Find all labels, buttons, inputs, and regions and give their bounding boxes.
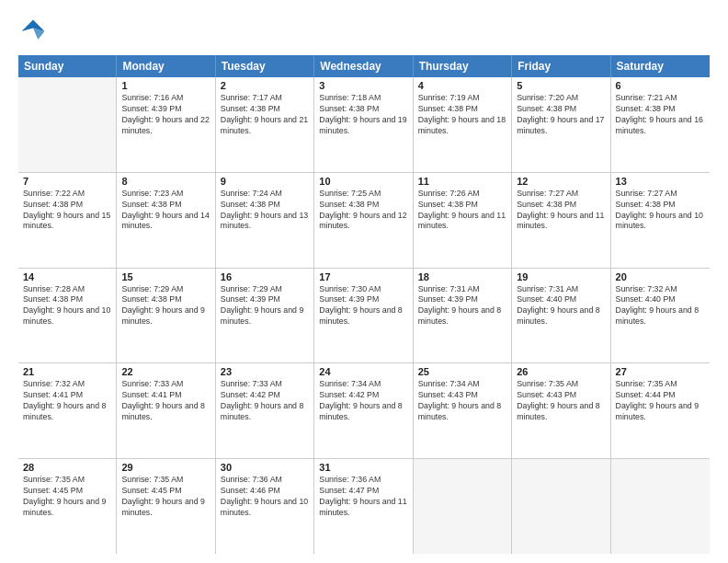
calendar-cell: 5Sunrise: 7:20 AM Sunset: 4:38 PM Daylig… [512,77,610,172]
cell-info: Sunrise: 7:32 AM Sunset: 4:41 PM Dayligh… [23,379,111,423]
calendar-cell: 19Sunrise: 7:31 AM Sunset: 4:40 PM Dayli… [512,269,610,363]
calendar-cell: 2Sunrise: 7:17 AM Sunset: 4:38 PM Daylig… [216,77,314,172]
cell-info: Sunrise: 7:25 AM Sunset: 4:38 PM Dayligh… [319,189,407,233]
calendar-cell: 4Sunrise: 7:19 AM Sunset: 4:38 PM Daylig… [414,77,512,172]
cell-info: Sunrise: 7:29 AM Sunset: 4:38 PM Dayligh… [121,284,210,328]
cell-info: Sunrise: 7:35 AM Sunset: 4:44 PM Dayligh… [616,379,705,423]
calendar-cell [611,459,710,554]
cell-info: Sunrise: 7:35 AM Sunset: 4:45 PM Dayligh… [23,475,111,519]
day-number: 7 [23,176,111,187]
day-number: 2 [221,80,309,91]
logo [18,17,51,46]
calendar-cell: 14Sunrise: 7:28 AM Sunset: 4:38 PM Dayli… [18,269,117,363]
cell-info: Sunrise: 7:23 AM Sunset: 4:38 PM Dayligh… [121,189,210,233]
calendar-body: 1Sunrise: 7:16 AM Sunset: 4:39 PM Daylig… [18,77,710,554]
calendar-row-4: 21Sunrise: 7:32 AM Sunset: 4:41 PM Dayli… [18,363,710,459]
header-day-tuesday: Tuesday [216,55,314,77]
day-number: 22 [121,366,210,377]
cell-info: Sunrise: 7:19 AM Sunset: 4:38 PM Dayligh… [418,93,506,137]
cell-info: Sunrise: 7:29 AM Sunset: 4:39 PM Dayligh… [221,284,309,328]
cell-info: Sunrise: 7:27 AM Sunset: 4:38 PM Dayligh… [517,189,605,233]
day-number: 5 [517,80,605,91]
calendar-cell [414,459,512,554]
calendar-cell [512,459,610,554]
calendar-cell: 6Sunrise: 7:21 AM Sunset: 4:38 PM Daylig… [611,77,710,172]
cell-info: Sunrise: 7:31 AM Sunset: 4:39 PM Dayligh… [418,284,506,328]
day-number: 13 [616,176,705,187]
day-number: 14 [23,271,111,282]
day-number: 20 [616,271,705,282]
calendar-cell: 16Sunrise: 7:29 AM Sunset: 4:39 PM Dayli… [216,269,314,363]
svg-marker-0 [22,20,45,31]
calendar-cell: 20Sunrise: 7:32 AM Sunset: 4:40 PM Dayli… [611,269,710,363]
cell-info: Sunrise: 7:36 AM Sunset: 4:47 PM Dayligh… [319,475,407,519]
header-day-friday: Friday [512,55,610,77]
day-number: 27 [616,366,705,377]
cell-info: Sunrise: 7:34 AM Sunset: 4:42 PM Dayligh… [319,379,407,423]
day-number: 21 [23,366,111,377]
calendar-cell: 17Sunrise: 7:30 AM Sunset: 4:39 PM Dayli… [314,269,413,363]
calendar-cell: 15Sunrise: 7:29 AM Sunset: 4:38 PM Dayli… [117,269,215,363]
day-number: 11 [418,176,506,187]
calendar-row-1: 1Sunrise: 7:16 AM Sunset: 4:39 PM Daylig… [18,77,710,173]
cell-info: Sunrise: 7:26 AM Sunset: 4:38 PM Dayligh… [418,189,506,233]
calendar-cell: 1Sunrise: 7:16 AM Sunset: 4:39 PM Daylig… [117,77,215,172]
calendar-row-3: 14Sunrise: 7:28 AM Sunset: 4:38 PM Dayli… [18,269,710,364]
calendar-cell: 25Sunrise: 7:34 AM Sunset: 4:43 PM Dayli… [414,363,512,458]
header [18,17,710,46]
calendar-cell [18,77,117,172]
cell-info: Sunrise: 7:22 AM Sunset: 4:38 PM Dayligh… [23,189,111,233]
calendar-cell: 8Sunrise: 7:23 AM Sunset: 4:38 PM Daylig… [117,173,215,268]
calendar-cell: 31Sunrise: 7:36 AM Sunset: 4:47 PM Dayli… [314,459,413,554]
calendar-cell: 30Sunrise: 7:36 AM Sunset: 4:46 PM Dayli… [216,459,314,554]
cell-info: Sunrise: 7:35 AM Sunset: 4:43 PM Dayligh… [517,379,605,423]
cell-info: Sunrise: 7:33 AM Sunset: 4:41 PM Dayligh… [121,379,210,423]
day-number: 23 [221,366,309,377]
cell-info: Sunrise: 7:27 AM Sunset: 4:38 PM Dayligh… [616,189,705,233]
calendar-cell: 29Sunrise: 7:35 AM Sunset: 4:45 PM Dayli… [117,459,215,554]
day-number: 30 [221,462,309,473]
day-number: 10 [319,176,407,187]
logo-icon [18,17,48,46]
cell-info: Sunrise: 7:35 AM Sunset: 4:45 PM Dayligh… [121,475,210,519]
header-day-monday: Monday [117,55,215,77]
day-number: 26 [517,366,605,377]
page: SundayMondayTuesdayWednesdayThursdayFrid… [0,0,728,563]
day-number: 4 [418,80,506,91]
day-number: 29 [121,462,210,473]
cell-info: Sunrise: 7:30 AM Sunset: 4:39 PM Dayligh… [319,284,407,328]
cell-info: Sunrise: 7:21 AM Sunset: 4:38 PM Dayligh… [616,93,705,137]
cell-info: Sunrise: 7:36 AM Sunset: 4:46 PM Dayligh… [221,475,309,519]
calendar-cell: 21Sunrise: 7:32 AM Sunset: 4:41 PM Dayli… [18,363,117,458]
cell-info: Sunrise: 7:34 AM Sunset: 4:43 PM Dayligh… [418,379,506,423]
cell-info: Sunrise: 7:18 AM Sunset: 4:38 PM Dayligh… [319,93,407,137]
calendar: SundayMondayTuesdayWednesdayThursdayFrid… [18,55,710,554]
day-number: 17 [319,271,407,282]
header-day-saturday: Saturday [611,55,710,77]
calendar-cell: 28Sunrise: 7:35 AM Sunset: 4:45 PM Dayli… [18,459,117,554]
calendar-header: SundayMondayTuesdayWednesdayThursdayFrid… [18,55,710,77]
day-number: 16 [221,271,309,282]
calendar-cell: 22Sunrise: 7:33 AM Sunset: 4:41 PM Dayli… [117,363,215,458]
calendar-cell: 24Sunrise: 7:34 AM Sunset: 4:42 PM Dayli… [314,363,413,458]
day-number: 1 [121,80,210,91]
calendar-cell: 26Sunrise: 7:35 AM Sunset: 4:43 PM Dayli… [512,363,610,458]
calendar-cell: 7Sunrise: 7:22 AM Sunset: 4:38 PM Daylig… [18,173,117,268]
calendar-cell: 13Sunrise: 7:27 AM Sunset: 4:38 PM Dayli… [611,173,710,268]
calendar-cell: 18Sunrise: 7:31 AM Sunset: 4:39 PM Dayli… [414,269,512,363]
calendar-cell: 3Sunrise: 7:18 AM Sunset: 4:38 PM Daylig… [314,77,413,172]
calendar-row-5: 28Sunrise: 7:35 AM Sunset: 4:45 PM Dayli… [18,459,710,554]
day-number: 12 [517,176,605,187]
cell-info: Sunrise: 7:17 AM Sunset: 4:38 PM Dayligh… [221,93,309,137]
calendar-cell: 23Sunrise: 7:33 AM Sunset: 4:42 PM Dayli… [216,363,314,458]
calendar-cell: 9Sunrise: 7:24 AM Sunset: 4:38 PM Daylig… [216,173,314,268]
day-number: 24 [319,366,407,377]
cell-info: Sunrise: 7:20 AM Sunset: 4:38 PM Dayligh… [517,93,605,137]
header-day-sunday: Sunday [18,55,117,77]
day-number: 15 [121,271,210,282]
cell-info: Sunrise: 7:16 AM Sunset: 4:39 PM Dayligh… [121,93,210,137]
calendar-row-2: 7Sunrise: 7:22 AM Sunset: 4:38 PM Daylig… [18,173,710,269]
day-number: 18 [418,271,506,282]
calendar-cell: 10Sunrise: 7:25 AM Sunset: 4:38 PM Dayli… [314,173,413,268]
calendar-cell: 27Sunrise: 7:35 AM Sunset: 4:44 PM Dayli… [611,363,710,458]
